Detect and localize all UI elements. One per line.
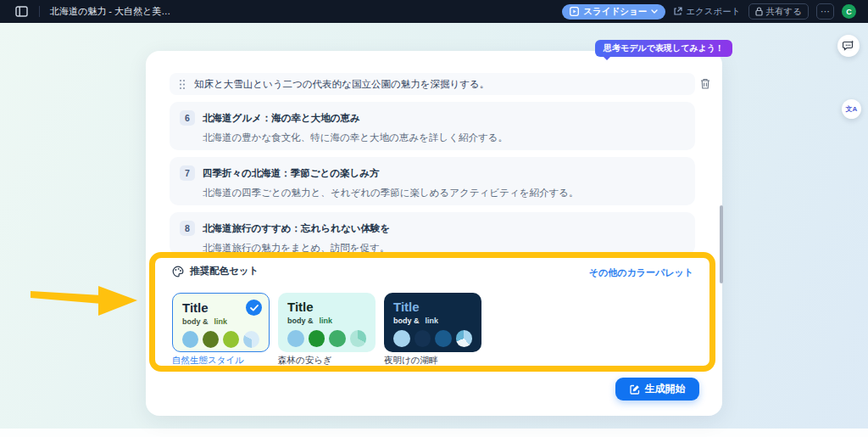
theme-name-forest[interactable]: 森林の安らぎ xyxy=(278,355,332,367)
theme-sample-body: body & xyxy=(287,317,314,325)
palette-heading: 推奨配色セット xyxy=(190,265,259,277)
tooltip-text: 思考モデルで表現してみよう！ xyxy=(604,42,724,54)
thinking-model-tooltip: 思考モデルで表現してみよう！ xyxy=(595,40,732,57)
share-button[interactable]: 共有する xyxy=(748,3,810,20)
theme-card-nature[interactable]: Title body &link xyxy=(172,293,270,352)
theme-sample-body: body & xyxy=(182,317,209,326)
chat-sparkle-icon xyxy=(843,40,854,52)
more-palettes-link[interactable]: その他のカラーパレット xyxy=(589,266,693,279)
drag-handle-icon[interactable] xyxy=(179,79,186,90)
avatar[interactable]: C xyxy=(842,4,856,19)
color-pie xyxy=(350,330,367,347)
color-pie xyxy=(243,331,259,348)
edit-icon xyxy=(630,384,640,395)
slideshow-button[interactable]: スライドショー xyxy=(562,4,665,20)
theme-card-lakeside[interactable]: Title body &link xyxy=(384,293,481,352)
outline-item-6[interactable]: 6 北海道グルメ：海の幸と大地の恵み 北海道の豊かな食文化、特に海の幸と大地の恵… xyxy=(170,102,695,150)
color-dot xyxy=(329,330,346,347)
theme-name-nature[interactable]: 自然生態スタイル xyxy=(172,355,244,367)
document-title: 北海道の魅力 - 大自然と美… xyxy=(50,5,170,18)
slideshow-label: スライドショー xyxy=(583,6,647,18)
color-dot xyxy=(435,330,452,347)
item-description: 北海道旅行の魅力をまとめ、訪問を促す。 xyxy=(203,242,685,255)
color-dot xyxy=(287,330,304,347)
delete-row-button[interactable] xyxy=(699,77,712,91)
highlight-arrow xyxy=(31,281,139,318)
item-number: 6 xyxy=(180,110,195,126)
color-dot xyxy=(182,331,198,348)
trash-icon xyxy=(699,77,711,90)
outline-item-7[interactable]: 7 四季折々の北海道：季節ごとの楽しみ方 北海道の四季ごとの魅力と、それぞれの季… xyxy=(170,157,695,205)
export-icon xyxy=(673,7,682,16)
item-number: 8 xyxy=(180,221,195,236)
color-dot xyxy=(309,330,326,347)
theme-card-forest[interactable]: Title body &link xyxy=(278,293,376,352)
color-dot xyxy=(223,331,239,348)
theme-sample-link: link xyxy=(214,317,228,326)
divider xyxy=(39,6,40,17)
generate-button[interactable]: 生成開始 xyxy=(615,378,699,401)
export-label: エクスポート xyxy=(686,6,740,18)
sidebar-toggle-icon[interactable] xyxy=(15,6,29,18)
avatar-initial: C xyxy=(846,8,852,16)
palette-icon xyxy=(172,266,184,277)
outline-sub-row[interactable]: 知床と大雪山という二つの代表的な国立公園の魅力を深掘りする。 xyxy=(170,73,695,95)
color-dot xyxy=(415,330,431,347)
lock-icon xyxy=(755,7,763,16)
color-dot xyxy=(203,331,219,348)
outline-panel: 知床と大雪山という二つの代表的な国立公園の魅力を深掘りする。 6 北海道グルメ：… xyxy=(146,51,722,416)
translate-button[interactable]: 文A xyxy=(842,99,861,119)
generate-label: 生成開始 xyxy=(645,382,686,396)
item-description: 北海道の豊かな食文化、特に海の幸と大地の恵みを詳しく紹介する。 xyxy=(203,132,685,144)
ai-chat-button[interactable] xyxy=(837,35,860,57)
color-pie xyxy=(456,330,473,347)
theme-sample-body: body & xyxy=(393,317,420,325)
color-dot xyxy=(393,330,410,347)
chevron-down-icon xyxy=(651,9,658,14)
item-description: 北海道の四季ごとの魅力と、それぞれの季節に楽しめるアクティビティを紹介する。 xyxy=(203,187,685,199)
outline-sub-text: 知床と大雪山という二つの代表的な国立公園の魅力を深掘りする。 xyxy=(194,78,489,91)
theme-sample-link: link xyxy=(320,317,333,325)
item-title: 四季折々の北海道：季節ごとの楽しみ方 xyxy=(203,167,380,180)
top-bar: 北海道の魅力 - 大自然と美… スライドショー エクスポート 共有する ⋯ C xyxy=(0,0,868,23)
theme-sample-link: link xyxy=(426,317,439,325)
translate-icon: 文A xyxy=(846,104,858,114)
theme-sample-title: Title xyxy=(287,300,366,315)
more-button[interactable]: ⋯ xyxy=(816,3,834,20)
item-number: 7 xyxy=(180,165,195,181)
export-button[interactable]: エクスポート xyxy=(673,6,740,18)
play-icon xyxy=(570,7,579,16)
more-icon: ⋯ xyxy=(821,6,830,17)
item-title: 北海道グルメ：海の幸と大地の恵み xyxy=(203,112,360,125)
scrollbar-thumb[interactable] xyxy=(720,205,723,283)
outline-item-8[interactable]: 8 北海道旅行のすすめ：忘れられない体験を 北海道旅行の魅力をまとめ、訪問を促す… xyxy=(170,212,695,255)
theme-sample-title: Title xyxy=(393,300,472,315)
item-title: 北海道旅行のすすめ：忘れられない体験を xyxy=(203,222,390,235)
theme-name-lakeside[interactable]: 夜明けの湖畔 xyxy=(384,355,438,367)
selected-check-icon xyxy=(246,300,262,316)
share-label: 共有する xyxy=(766,6,803,18)
bottom-strip xyxy=(0,429,868,437)
